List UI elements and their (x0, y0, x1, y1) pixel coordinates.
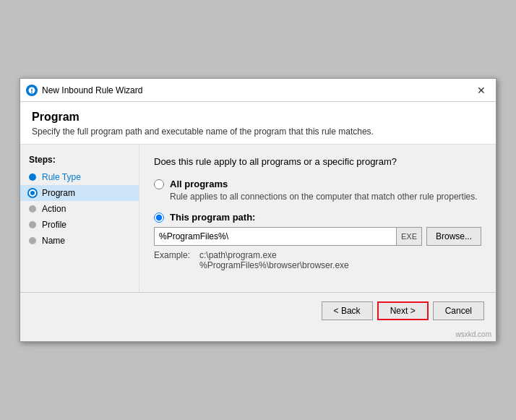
sidebar-item-label: Program (42, 188, 75, 198)
next-button[interactable]: Next > (377, 301, 429, 320)
steps-label: Steps: (20, 155, 139, 169)
this-program-label[interactable]: This program path: (170, 212, 255, 223)
page-description: Specify the full program path and execut… (32, 127, 484, 137)
footer: < Back Next > Cancel (20, 292, 496, 329)
example-line2: %ProgramFiles%\browser\browser.exe (199, 260, 349, 270)
all-programs-radio-row: All programs (154, 179, 481, 189)
this-program-radio-row: This program path: (154, 212, 481, 223)
path-input[interactable] (154, 227, 397, 246)
cancel-button[interactable]: Cancel (433, 301, 484, 320)
example-values: c:\path\program.exe %ProgramFiles%\brows… (199, 250, 349, 270)
exe-badge: EXE (397, 227, 422, 246)
all-programs-desc: Rule applies to all connections on the c… (170, 192, 481, 202)
sidebar-item-action[interactable]: Action (20, 201, 139, 217)
all-programs-label[interactable]: All programs (170, 179, 228, 189)
back-button[interactable]: < Back (322, 301, 373, 320)
this-program-option: This program path: EXE Browse... Example… (154, 212, 481, 270)
svg-rect-2 (31, 92, 33, 93)
window-title: New Inbound Rule Wizard (42, 85, 473, 95)
sidebar-item-label: Rule Type (42, 172, 81, 182)
wizard-window: New Inbound Rule Wizard ✕ Program Specif… (20, 78, 496, 342)
example-label: Example: (154, 250, 194, 270)
sidebar: Steps: Rule Type Program Action Profile (20, 145, 139, 292)
page-title: Program (32, 111, 484, 124)
dot-rule-type (29, 173, 36, 181)
this-program-radio[interactable] (154, 213, 164, 223)
question-text: Does this rule apply to all programs or … (154, 156, 481, 167)
sidebar-item-label: Name (42, 236, 65, 246)
svg-rect-1 (31, 88, 33, 91)
sidebar-item-label: Action (42, 204, 66, 214)
content-area: Steps: Rule Type Program Action Profile (20, 145, 496, 292)
main-content: Does this rule apply to all programs or … (139, 145, 496, 292)
window-body: Program Specify the full program path an… (20, 102, 496, 341)
page-header: Program Specify the full program path an… (20, 102, 496, 145)
dot-program (29, 189, 36, 197)
window-icon (26, 85, 38, 96)
title-bar: New Inbound Rule Wizard ✕ (20, 79, 496, 102)
all-programs-option: All programs Rule applies to all connect… (154, 179, 481, 202)
sidebar-item-rule-type[interactable]: Rule Type (20, 169, 139, 185)
sidebar-item-profile[interactable]: Profile (20, 217, 139, 233)
example-line1: c:\path\program.exe (199, 250, 349, 260)
sidebar-item-name[interactable]: Name (20, 233, 139, 249)
close-button[interactable]: ✕ (473, 82, 490, 99)
sidebar-item-label: Profile (42, 220, 66, 230)
dot-name (29, 237, 36, 244)
all-programs-radio[interactable] (154, 179, 164, 189)
watermark: wsxkd.com (20, 329, 496, 341)
dot-profile (29, 221, 36, 228)
sidebar-item-program[interactable]: Program (20, 185, 139, 201)
example-row: Example: c:\path\program.exe %ProgramFil… (154, 250, 481, 270)
dot-action (29, 205, 36, 213)
path-input-row: EXE Browse... (154, 227, 481, 246)
browse-button[interactable]: Browse... (426, 227, 481, 246)
